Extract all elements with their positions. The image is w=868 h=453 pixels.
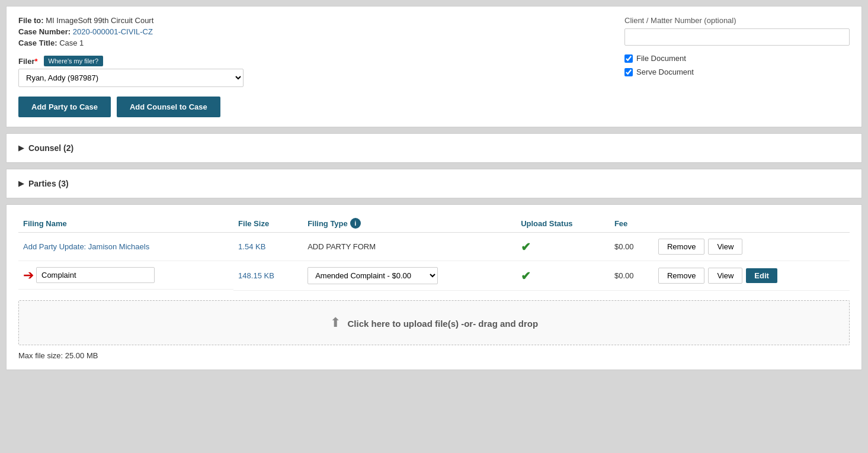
serve-document-label: Serve Document [636,68,694,76]
view-button[interactable]: View [708,239,742,255]
file-size-cell: 1.54 KB [233,233,303,261]
parties-header[interactable]: ▶ Parties (3) [18,179,850,188]
filing-type-info-icon[interactable]: i [350,218,361,229]
remove-button[interactable]: Remove [658,239,704,255]
fee-value: $0.00 [614,271,634,280]
filing-table: Filing Name File Size Filing Type i Uplo… [18,214,850,291]
row-arrow-icon: ➔ [23,268,34,283]
filing-name-input[interactable] [36,267,155,283]
client-matter-input[interactable] [624,28,850,46]
col-filing-name: Filing Name [18,214,233,233]
add-party-button[interactable]: Add Party to Case [18,97,111,117]
add-counsel-button[interactable]: Add Counsel to Case [117,97,220,117]
action-buttons: Add Party to Case Add Counsel to Case [18,97,613,117]
table-row: ➔ 148.15 KB Amended Complaint - $0.00 ✔ … [18,261,850,291]
actions-cell: Remove View [654,233,850,261]
max-file-size-value: 25.00 MB [65,351,98,360]
serve-document-checkbox[interactable] [624,68,633,76]
required-star: * [34,57,37,66]
upload-status-check: ✔ [521,269,531,282]
upload-icon: ⬆ [330,315,341,330]
file-document-row: File Document [624,54,850,63]
parties-title: Parties (3) [28,179,69,188]
left-column: File to: MI ImageSoft 99th Circuit Court… [18,16,624,117]
upload-status-cell: ✔ [516,233,610,261]
filer-label-row: Filer* Where's my filer? [18,56,613,66]
upload-zone[interactable]: ⬆ Click here to upload file(s) -or- drag… [18,300,850,345]
wheres-my-filer-button[interactable]: Where's my filer? [44,56,104,66]
view-button[interactable]: View [708,268,742,284]
col-upload-status: Upload Status [516,214,610,233]
col-actions [654,214,850,233]
file-document-label: File Document [636,54,686,63]
parties-chevron: ▶ [18,179,24,188]
case-title-label: Case Title: [18,38,57,47]
upload-status-check: ✔ [521,240,531,253]
file-to-value: MI ImageSoft 99th Circuit Court [46,16,153,25]
file-document-checkbox[interactable] [624,54,633,63]
filing-type-text: ADD PARTY FORM [308,242,376,251]
case-number-label: Case Number: [18,27,71,36]
counsel-chevron: ▶ [18,144,24,152]
filing-type-cell: ADD PARTY FORM [303,233,516,261]
serve-document-row: Serve Document [624,68,850,76]
table-header-row: Filing Name File Size Filing Type i Uplo… [18,214,850,233]
filer-section: File to: MI ImageSoft 99th Circuit Court… [6,6,862,127]
edit-button[interactable]: Edit [746,268,777,283]
upload-status-cell: ✔ [516,261,610,291]
fee-value: $0.00 [614,242,634,251]
remove-button[interactable]: Remove [658,268,704,284]
max-file-size-row: Max file size: 25.00 MB [18,351,850,360]
actions-cell: Remove View Edit [654,261,850,291]
client-matter-label: Client / Matter Number (optional) [624,16,850,25]
filing-type-select[interactable]: Amended Complaint - $0.00 [308,267,438,284]
col-filing-type: Filing Type i [303,214,516,233]
counsel-section: ▶ Counsel (2) [6,133,862,163]
col-file-size: File Size [233,214,303,233]
upload-zone-text: Click here to upload file(s) -or- drag a… [347,319,538,329]
filing-name-cell: ➔ [18,261,233,290]
counsel-header[interactable]: ▶ Counsel (2) [18,143,850,153]
filer-select[interactable]: Ryan, Addy (987987) [18,69,244,87]
fee-cell: $0.00 [610,233,654,261]
fee-cell: $0.00 [610,261,654,291]
file-size-cell: 148.15 KB [233,261,303,291]
filing-name-cell: Add Party Update: Jamison Michaels [18,233,233,261]
max-file-size-label: Max file size: [18,351,63,360]
parties-section: ▶ Parties (3) [6,169,862,198]
file-to-label: File to: [18,16,44,25]
right-column: Client / Matter Number (optional) File D… [624,16,850,117]
case-title-value: Case 1 [59,38,84,47]
filer-label: Filer* [18,57,38,66]
counsel-title: Counsel (2) [28,143,73,153]
file-size-value: 1.54 KB [238,242,265,251]
table-row: Add Party Update: Jamison Michaels 1.54 … [18,233,850,261]
case-number-link[interactable]: 2020-000001-CIVIL-CZ [73,27,153,36]
file-info: File to: MI ImageSoft 99th Circuit Court… [18,16,613,47]
filing-table-section: Filing Name File Size Filing Type i Uplo… [6,204,862,370]
filing-type-cell: Amended Complaint - $0.00 [303,261,516,291]
filing-name-link[interactable]: Add Party Update: Jamison Michaels [23,242,149,251]
col-fee: Fee [610,214,654,233]
file-size-value: 148.15 KB [238,271,274,280]
